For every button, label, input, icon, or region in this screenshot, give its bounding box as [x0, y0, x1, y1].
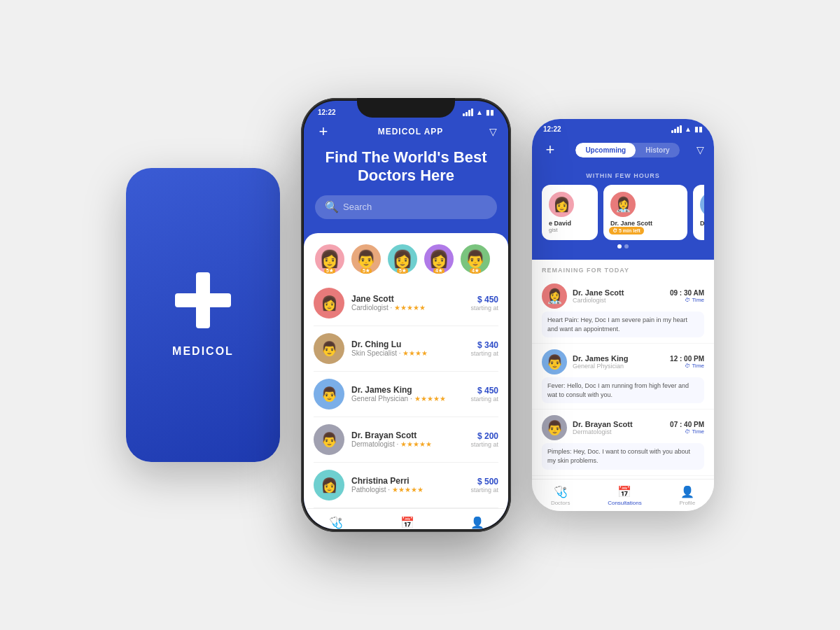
- consult-name-james: Dr. James King: [573, 354, 664, 363]
- featured-doctor-1[interactable]: 👩 5★: [314, 243, 346, 275]
- consult-top-brayan: 👨 Dr. Brayan Scott Dermatologist 07 : 40…: [542, 415, 704, 440]
- doctor-avatar-christina: 👩: [314, 470, 344, 500]
- phone3-time: 12:22: [543, 125, 561, 133]
- consult-avatar-james: 👨: [542, 349, 567, 374]
- phone3-content: REMAINING FOR TODAY 👩‍⚕️ Dr. Jane Scott …: [532, 260, 714, 479]
- card-name-1: e David: [549, 220, 591, 227]
- upcoming-card-1[interactable]: 👩 e David gist: [542, 185, 598, 240]
- doctor-price-christina: $ 500 starting at: [470, 477, 498, 493]
- doctor-spec-christina: Pathologist · ★★★★★: [351, 486, 463, 493]
- featured-doctor-5[interactable]: 👨 4★: [459, 243, 491, 275]
- search-icon: 🔍: [325, 200, 339, 214]
- rating-badge-2: 5★: [360, 268, 372, 274]
- doctor-spec-brayan: Dermatologist · ★★★★★: [351, 440, 463, 448]
- search-bar[interactable]: 🔍 Search: [315, 195, 497, 219]
- doctor-item-5[interactable]: 👩 Christina Perri Pathologist · ★★★★★ $ …: [314, 463, 498, 508]
- consult-time-val-jane: 09 : 30 AM: [670, 289, 704, 297]
- phone3-nav-doctors[interactable]: 🩺 Doctors: [551, 485, 570, 506]
- consult-time-val-brayan: 07 : 40 PM: [670, 421, 704, 428]
- phone3-doctors-icon: 🩺: [554, 485, 568, 498]
- dots-row: [542, 240, 704, 251]
- featured-doctor-4[interactable]: 👩 4★: [423, 243, 455, 275]
- doctor-name-brayan: Dr. Brayan Scott: [351, 430, 463, 440]
- consult-item-brayan[interactable]: 👨 Dr. Brayan Scott Dermatologist 07 : 40…: [532, 410, 714, 475]
- signal-icon: [463, 108, 473, 116]
- phone3-nav-consultations-label: Consultations: [608, 500, 641, 506]
- consult-time-brayan: 07 : 40 PM ⏱ Time: [670, 421, 704, 435]
- doctor-price-brayan: $ 200 starting at: [470, 431, 498, 448]
- status-time-main: 12:22: [318, 108, 336, 116]
- phone-screen-main: 12:22 ▲ ▮▮ +: [304, 101, 508, 529]
- app-title: MEDICOL APP: [378, 127, 444, 136]
- filter-button[interactable]: ▽: [489, 126, 497, 137]
- consult-message-james: Fever: Hello, Doc I am running from high…: [542, 377, 704, 403]
- status-bar-main: 12:22 ▲ ▮▮: [304, 101, 508, 123]
- consult-time-label-jane: ⏱ Time: [670, 297, 704, 303]
- featured-doctor-2[interactable]: 👨 5★: [350, 243, 382, 275]
- doctors-icon: 🩺: [329, 516, 343, 529]
- nav-doctors[interactable]: 🩺 Doctors: [326, 516, 346, 529]
- doctor-item-2[interactable]: 👨 Dr. Ching Lu Skin Specialist · ★★★★ $ …: [314, 326, 498, 372]
- doctor-item-3[interactable]: 👨 Dr. James King General Physician · ★★★…: [314, 372, 498, 417]
- card-name-featured: Dr. Jane Scott: [610, 220, 680, 227]
- remaining-header: REMAINING FOR TODAY: [532, 260, 714, 278]
- consult-info-james: Dr. James King General Physician: [573, 354, 664, 370]
- doctor-item-1[interactable]: 👩 Jane Scott Cardiologist · ★★★★★ $ 450: [314, 281, 498, 326]
- phone3-profile-icon: 👤: [680, 485, 694, 498]
- featured-doctor-3[interactable]: 👩 5★: [386, 243, 419, 275]
- consult-item-james[interactable]: 👨 Dr. James King General Physician 12 : …: [532, 344, 714, 410]
- nav-profile[interactable]: 👤 Profile: [470, 516, 486, 529]
- consult-time-val-james: 12 : 00 PM: [670, 355, 704, 363]
- consult-spec-james: General Physician: [573, 363, 664, 370]
- rating-badge-1: 5★: [324, 268, 335, 274]
- doctor-price-jane: $ 450 starting at: [470, 295, 498, 312]
- tab-upcoming[interactable]: Upcomming: [575, 143, 636, 158]
- phone3-wifi-icon: ▲: [685, 125, 692, 133]
- doctor-info-james: Dr. James King General Physician · ★★★★★: [351, 385, 463, 402]
- within-label: WITHIN FEW HOURS: [542, 172, 704, 179]
- hero-title: Find The World's Best Doctors Here: [315, 148, 497, 186]
- consult-time-james: 12 : 00 PM ⏱ Time: [670, 355, 704, 369]
- phone3-nav-profile-label: Profile: [679, 500, 695, 506]
- doctor-name-christina: Christina Perri: [351, 476, 463, 486]
- add-button[interactable]: +: [315, 123, 332, 140]
- doctor-avatar-brayan: 👨: [314, 424, 344, 455]
- consult-info-jane: Dr. Jane Scott Cardiologist: [573, 288, 664, 304]
- doctor-avatar-ching: 👨: [314, 333, 344, 364]
- doctor-spec-ching: Skin Specialist · ★★★★: [351, 349, 463, 357]
- tabs-row: Upcomming History: [575, 143, 679, 158]
- phone-consultations: 12:22 ▲ ▮▮ + Upcomming History: [532, 119, 714, 511]
- within-section: WITHIN FEW HOURS 👩 e David gist 👩‍⚕️ Dr.…: [532, 167, 714, 260]
- nav-consultations[interactable]: 📅 Consultations: [391, 516, 424, 529]
- phone3-appbar: + Upcomming History ▽: [532, 139, 714, 167]
- upcoming-cards: 👩 e David gist 👩‍⚕️ Dr. Jane Scott Cardi…: [542, 185, 704, 240]
- status-icons-main: ▲ ▮▮: [463, 108, 494, 116]
- phone-splash: MEDICOL: [126, 168, 280, 462]
- upcoming-card-3[interactable]: 👨 D3: [693, 185, 704, 240]
- phone3-signal-icon: [671, 125, 682, 133]
- consultations-icon: 📅: [400, 516, 414, 529]
- consult-item-jane[interactable]: 👩‍⚕️ Dr. Jane Scott Cardiologist 09 : 30…: [532, 278, 714, 344]
- doctor-info-ching: Dr. Ching Lu Skin Specialist · ★★★★: [351, 340, 463, 357]
- phone3-battery-icon: ▮▮: [694, 125, 703, 133]
- phone3-nav-profile[interactable]: 👤 Profile: [679, 485, 695, 506]
- doctor-avatar-jane: 👩: [314, 288, 344, 318]
- dot-1: [617, 244, 622, 248]
- phone-frame-main: 12:22 ▲ ▮▮ +: [301, 98, 511, 532]
- rating-badge-3: 5★: [397, 268, 408, 274]
- consult-avatar-brayan: 👨: [542, 415, 567, 440]
- splash-app-name: MEDICOL: [172, 345, 234, 358]
- phone3-add-button[interactable]: +: [542, 141, 559, 158]
- doctor-spec-jane: Cardiologist · ★★★★★: [351, 304, 463, 312]
- wifi-icon: ▲: [476, 108, 483, 116]
- phone3-nav-consultations[interactable]: 📅 Consultations: [608, 485, 641, 506]
- app-bar: + MEDICOL APP ▽: [315, 123, 497, 140]
- consult-avatar-jane: 👩‍⚕️: [542, 284, 567, 309]
- consult-name-brayan: Dr. Brayan Scott: [573, 420, 664, 428]
- doctor-spec-james: General Physician · ★★★★★: [351, 395, 463, 402]
- doctor-name-james: Dr. James King: [351, 385, 463, 395]
- upcoming-card-featured[interactable]: 👩‍⚕️ Dr. Jane Scott Cardiologist ⏱ 5 min…: [603, 185, 687, 240]
- phone3-filter-button[interactable]: ▽: [696, 144, 704, 155]
- doctor-item-4[interactable]: 👨 Dr. Brayan Scott Dermatologist · ★★★★★…: [314, 417, 498, 463]
- tab-history[interactable]: History: [636, 143, 679, 158]
